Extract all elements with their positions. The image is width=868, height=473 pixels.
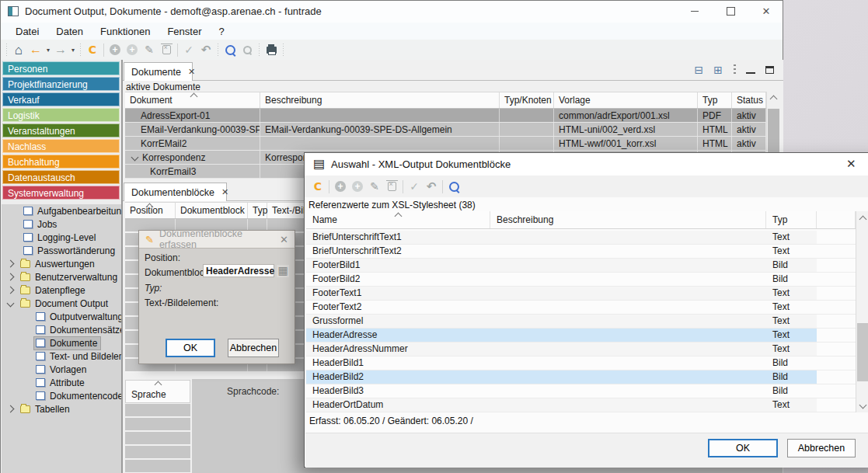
add-icon[interactable]: + <box>332 179 349 194</box>
table-row[interactable]: BriefUnterschriftText2Text <box>306 245 856 259</box>
column-header-dokument[interactable]: Dokument <box>125 92 260 108</box>
sidebar-item-nachlass[interactable]: Nachlass <box>2 139 120 153</box>
column-header-name[interactable]: Name <box>306 211 490 228</box>
edit-ok-button[interactable]: OK <box>166 339 215 357</box>
undo-icon[interactable]: ↶ <box>423 179 440 194</box>
print-icon[interactable] <box>263 42 280 57</box>
edit-icon[interactable]: ✎ <box>141 42 158 57</box>
home-icon[interactable]: ⌂ <box>10 42 27 57</box>
expand-all-icon[interactable]: ⊞ <box>713 64 723 75</box>
sidebar-item-logistik[interactable]: Logistik <box>2 108 120 122</box>
chevron-down-icon[interactable] <box>131 153 139 161</box>
tree-item-dokumentenstze[interactable]: Dokumentensätze <box>2 323 121 336</box>
sidebar-item-systemverwaltung[interactable]: Systemverwaltung <box>2 186 120 200</box>
language-column-header[interactable]: Sprache <box>125 380 190 403</box>
maximize-pane-icon[interactable] <box>765 66 774 74</box>
close-button[interactable]: ✕ <box>753 3 779 19</box>
edit-icon[interactable]: ✎ <box>366 179 383 194</box>
refresh-icon[interactable]: C <box>309 179 326 194</box>
collapse-all-icon[interactable]: ⊟ <box>695 64 704 75</box>
grid-picker-icon[interactable]: ▦ <box>277 265 289 277</box>
tree-item-tabellen[interactable]: Tabellen <box>2 402 121 416</box>
empty-row[interactable] <box>125 418 190 430</box>
menu-item-datei[interactable]: Datei <box>7 24 47 39</box>
chevron-right-icon[interactable] <box>7 405 15 413</box>
table-row[interactable]: HeaderBild3Bild <box>306 384 856 398</box>
tree-item-logginglevel[interactable]: Logging-Level <box>2 231 121 244</box>
column-header-dokumentblock[interactable]: Dokumentblock <box>176 203 248 218</box>
selection-scrollbar[interactable] <box>856 211 868 412</box>
scroll-down-icon[interactable] <box>859 402 867 409</box>
confirm-icon[interactable]: ✓ <box>180 42 197 57</box>
tree-item-attribute[interactable]: Attribute <box>2 376 121 389</box>
minimize-button[interactable] <box>682 3 708 19</box>
table-row[interactable]: FooterText2Text <box>306 301 856 315</box>
tree-item-dokumente[interactable]: Dokumente <box>2 336 121 350</box>
column-header-beschreibung[interactable]: Beschreibung <box>490 211 766 228</box>
column-header-typ[interactable]: Typ <box>698 92 732 108</box>
chevron-down-icon[interactable] <box>7 300 15 308</box>
sidebar-item-verkauf[interactable]: Verkauf <box>2 92 120 106</box>
dokumentblock-input[interactable]: HeaderAdresse <box>203 264 274 277</box>
menu-item-fenster[interactable]: Fenster <box>159 24 210 39</box>
empty-row[interactable] <box>125 404 190 416</box>
menu-item-daten[interactable]: Daten <box>47 24 92 39</box>
tree-item-datenpflege[interactable]: Datenpflege <box>2 283 121 297</box>
tree-item-textundbildeleme[interactable]: Text- und Bildeleme <box>2 350 121 363</box>
table-row[interactable]: AdressExport-01common/adrExport/001.xslP… <box>125 109 769 123</box>
dropdown-icon[interactable]: ▾ <box>69 42 77 57</box>
tab-close-icon[interactable]: ✕ <box>188 67 195 77</box>
column-header-typknoten[interactable]: Typ/Knoten <box>500 92 554 108</box>
scroll-up-icon[interactable] <box>859 216 867 224</box>
sidebar-item-personen[interactable]: Personen <box>2 61 120 75</box>
chevron-right-icon[interactable] <box>7 287 15 294</box>
refresh-icon[interactable]: C <box>84 42 101 57</box>
column-header-typ[interactable]: Typ <box>248 203 267 218</box>
table-row[interactable]: HeaderAdressNummerText <box>306 343 856 356</box>
table-row[interactable]: KorrEMail2HTML-wwf/001_korr.xslHTMLaktiv <box>125 137 769 151</box>
search-small-icon[interactable] <box>239 42 256 57</box>
chevron-right-icon[interactable] <box>7 273 15 281</box>
add-copy-icon[interactable]: + <box>124 42 141 57</box>
table-row[interactable]: GrussformelText <box>306 315 856 329</box>
column-header-typ[interactable]: Typ <box>766 211 817 228</box>
maximize-button[interactable] <box>717 3 744 19</box>
table-row[interactable]: HeaderBild2Bild <box>306 370 856 384</box>
column-header-status[interactable]: Status <box>732 92 766 108</box>
scroll-up-icon[interactable] <box>770 96 778 103</box>
chevron-right-icon[interactable] <box>7 260 15 268</box>
tree-item-passwortnderung[interactable]: Passwortänderung <box>2 244 121 257</box>
search-icon[interactable] <box>445 179 462 194</box>
back-icon[interactable]: ← <box>27 42 44 57</box>
dropdown-icon[interactable]: ▾ <box>44 42 52 57</box>
column-header-beschreibung[interactable]: Beschreibung <box>260 92 500 108</box>
undo-icon[interactable]: ↶ <box>197 42 214 57</box>
edit-dialog-close-icon[interactable]: ✕ <box>280 234 288 245</box>
table-row[interactable]: HeaderBild1Bild <box>306 356 856 370</box>
sidebar-item-projektfinanzierung[interactable]: Projektfinanzierung <box>2 77 120 91</box>
column-header-filler[interactable] <box>817 211 856 228</box>
tree-item-documentoutput[interactable]: Document Output <box>2 297 121 310</box>
empty-row[interactable] <box>125 432 190 444</box>
column-header-position[interactable]: Position <box>125 203 176 218</box>
sidebar-item-datenaustausch[interactable]: Datenaustausch <box>2 170 120 184</box>
selection-dialog-close-icon[interactable]: ✕ <box>846 157 856 171</box>
forward-icon[interactable]: → <box>52 42 69 57</box>
scroll-thumb[interactable] <box>857 323 868 381</box>
empty-row[interactable] <box>125 460 190 472</box>
table-row[interactable]: BriefUnterschriftText1Text <box>306 231 856 245</box>
sidebar-item-veranstaltungen[interactable]: Veranstaltungen <box>2 123 120 137</box>
tree-item-auswertungen[interactable]: Auswertungen <box>2 257 121 270</box>
edit-cancel-button[interactable]: Abbrechen <box>228 339 279 357</box>
tree-item-aufgabenbearbeitung[interactable]: Aufgabenbearbeitung <box>2 204 121 217</box>
scroll-thumb[interactable] <box>768 109 779 155</box>
tree-item-outputverwaltung[interactable]: Outputverwaltung <box>2 310 121 323</box>
tab-close-icon[interactable]: ✕ <box>221 187 228 197</box>
selection-ok-button[interactable]: OK <box>708 439 778 457</box>
table-row[interactable]: FooterBild1Bild <box>306 259 856 273</box>
tab-dokumente[interactable]: Dokumente ✕ <box>124 62 193 81</box>
delete-icon[interactable] <box>383 179 400 194</box>
confirm-icon[interactable]: ✓ <box>406 179 423 194</box>
table-row[interactable]: HeaderOrtDatumText <box>306 398 856 412</box>
add-copy-icon[interactable]: + <box>349 179 366 194</box>
